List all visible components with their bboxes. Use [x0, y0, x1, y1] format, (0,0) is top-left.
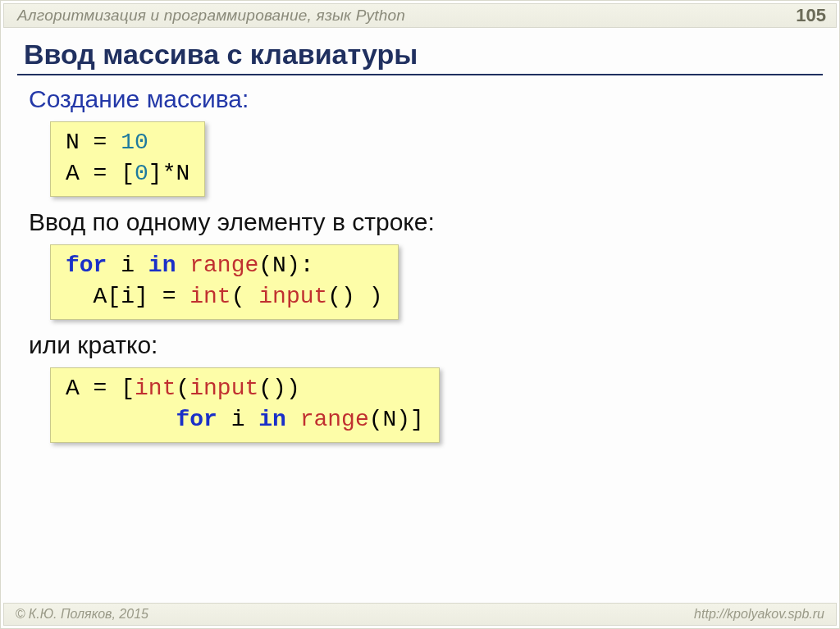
code-text: ()): [258, 376, 299, 401]
code-keyword: for: [176, 407, 217, 432]
title-rule: [17, 74, 823, 75]
footer-bar: ©К.Ю. Поляков, 2015 http://kpolyakov.spb…: [3, 603, 837, 626]
code-literal: 0: [135, 161, 148, 186]
code-text: (: [231, 284, 259, 309]
code-text: (: [176, 376, 189, 401]
code-text: A: [66, 161, 80, 186]
code-func: int: [135, 376, 176, 401]
code-func: input: [189, 376, 258, 401]
code-text: (N)]: [369, 407, 424, 432]
code-block-create: N = 10 A = [0]*N: [50, 121, 205, 197]
breadcrumb-prefix: Алгоритмизация и программирование: [17, 7, 308, 24]
code-text: A: [66, 376, 80, 401]
subheading-create: Создание массива:: [29, 85, 823, 113]
code-text: () ): [327, 284, 382, 309]
code-literal: 10: [121, 130, 148, 155]
code-func: int: [189, 284, 231, 309]
header-bar: Алгоритмизация и программирование, язык …: [3, 3, 837, 28]
content: Ввод массива с клавиатуры Создание масси…: [17, 34, 823, 595]
breadcrumb-sep: ,: [308, 7, 317, 24]
slide: Алгоритмизация и программирование, язык …: [0, 0, 840, 629]
copyright-icon: ©: [16, 607, 25, 621]
code-text: =: [80, 130, 121, 155]
footer-url: http://kpolyakov.spb.ru: [694, 607, 824, 622]
code-func: input: [258, 284, 327, 309]
code-keyword: in: [148, 253, 176, 278]
code-block-comprehension: A = [int(input()) for i in range(N)]: [50, 367, 440, 443]
code-func: range: [300, 407, 369, 432]
code-text: [66, 407, 176, 432]
copyright: ©К.Ю. Поляков, 2015: [16, 607, 148, 622]
code-text: [286, 407, 300, 432]
code-text: A[i]: [66, 284, 148, 309]
code-text: (N):: [258, 253, 313, 278]
code-text: = [: [80, 376, 135, 401]
breadcrumb-lang: язык Python: [317, 7, 406, 24]
page-number: 105: [796, 5, 826, 26]
code-text: =: [148, 284, 189, 309]
copyright-text: К.Ю. Поляков, 2015: [29, 607, 148, 621]
code-func: range: [189, 253, 258, 278]
subheading-short: или кратко:: [29, 331, 823, 359]
code-text: N: [66, 130, 80, 155]
page-title: Ввод массива с клавиатуры: [24, 39, 823, 71]
code-text: i: [217, 407, 258, 432]
breadcrumb: Алгоритмизация и программирование, язык …: [17, 7, 405, 25]
code-text: = [: [80, 161, 135, 186]
code-keyword: for: [66, 253, 107, 278]
code-text: ]*N: [148, 161, 189, 186]
code-text: i: [107, 253, 148, 278]
code-text: [176, 253, 189, 278]
subheading-input-each: Ввод по одному элементу в строке:: [29, 208, 823, 236]
code-keyword: in: [258, 407, 286, 432]
code-block-loop: for i in range(N): A[i] = int( input() ): [50, 244, 399, 320]
